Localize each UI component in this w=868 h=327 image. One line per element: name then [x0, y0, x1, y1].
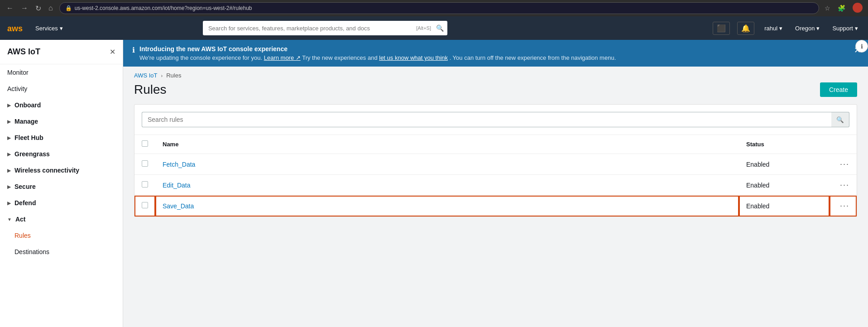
browser-chrome: ← → ↻ ⌂ 🔒 us-west-2.console.aws.amazon.c… [0, 0, 868, 16]
info-banner: ℹ Introducing the new AWS IoT console ex… [123, 40, 868, 67]
rule-link-0[interactable]: Fetch_Data [163, 161, 195, 168]
sidebar-item-manage[interactable]: ▶ Manage [0, 113, 123, 130]
user-menu-button[interactable]: rahul ▾ [762, 23, 785, 34]
row-checkbox-cell-1 [134, 175, 155, 196]
sidebar-item-fleet-hub[interactable]: ▶ Fleet Hub [0, 130, 123, 146]
act-expand-icon: ▼ [7, 217, 12, 222]
sidebar-item-rules-label: Rules [14, 232, 31, 239]
search-rules-button[interactable]: 🔍 [831, 112, 849, 127]
home-button[interactable]: ⌂ [46, 3, 56, 13]
wireless-expand-icon: ▶ [7, 168, 11, 173]
help-info-button[interactable]: ℹ [855, 40, 868, 53]
sidebar-item-act[interactable]: ▼ Act [0, 211, 123, 227]
sidebar-close-button[interactable]: ✕ [110, 48, 115, 56]
let-us-know-link[interactable]: let us know what you think [379, 54, 448, 61]
sidebar-item-manage-label: Manage [14, 118, 38, 125]
row-checkbox-cell-2 [134, 196, 155, 216]
info-icon: ℹ [132, 46, 135, 54]
banner-content: Introducing the new AWS IoT console expe… [139, 45, 859, 61]
sidebar-item-wireless-connectivity[interactable]: ▶ Wireless connectivity [0, 162, 123, 178]
sidebar-item-destinations[interactable]: Destinations [0, 244, 123, 260]
services-menu-button[interactable]: Services ▾ [32, 23, 67, 34]
page-title: Rules [134, 82, 167, 97]
defend-expand-icon: ▶ [7, 201, 11, 206]
search-rules-input[interactable] [142, 112, 831, 127]
sidebar-item-secure[interactable]: ▶ Secure [0, 178, 123, 195]
lock-icon: 🔒 [65, 5, 72, 11]
support-label: Support [832, 25, 853, 32]
table-header-status: Status [739, 135, 830, 154]
manage-expand-icon: ▶ [7, 119, 11, 124]
create-button[interactable]: Create [820, 82, 857, 97]
bell-icon-button[interactable]: 🔔 [737, 22, 754, 35]
row-actions-button-0[interactable]: ··· [840, 159, 849, 168]
sidebar-item-rules[interactable]: Rules [0, 227, 123, 244]
back-button[interactable]: ← [4, 3, 16, 13]
sidebar-item-greengrass[interactable]: ▶ Greengrass [0, 146, 123, 162]
global-search-icon: 🔍 [436, 24, 444, 32]
extension-icon[interactable]: 🧩 [836, 4, 847, 13]
support-chevron-icon: ▾ [855, 25, 858, 32]
row-actions-button-1[interactable]: ··· [840, 180, 849, 189]
row-checkbox-1[interactable] [142, 181, 148, 188]
banner-text: We're updating the console experience fo… [139, 54, 859, 61]
table-row: Edit_Data Enabled ··· [134, 175, 857, 196]
address-bar[interactable]: 🔒 us-west-2.console.aws.amazon.com/iot/h… [59, 2, 819, 14]
banner-text-part1: We're updating the console experience fo… [139, 54, 262, 61]
sidebar-item-defend[interactable]: ▶ Defend [0, 195, 123, 211]
table-header-actions [830, 135, 857, 154]
profile-icon[interactable] [851, 2, 864, 15]
avatar [853, 3, 863, 13]
breadcrumb-aws-iot-link[interactable]: AWS IoT [134, 72, 158, 79]
row-actions-cell-2: ··· [830, 196, 857, 216]
support-menu-button[interactable]: Support ▾ [830, 23, 861, 34]
sidebar-header: AWS IoT ✕ [0, 40, 123, 64]
rule-link-1[interactable]: Edit_Data [163, 182, 190, 189]
browser-nav: ← → ↻ ⌂ [4, 3, 56, 14]
forward-button[interactable]: → [18, 3, 31, 13]
row-checkbox-2[interactable] [142, 202, 148, 208]
sidebar-item-destinations-label: Destinations [14, 248, 49, 255]
onboard-expand-icon: ▶ [7, 103, 11, 108]
topnav-right: ⬛ 🔔 rahul ▾ Oregon ▾ Support ▾ [713, 22, 861, 35]
banner-text-part2: Try the new experiences and [302, 54, 379, 61]
row-name-cell-1: Edit_Data [155, 175, 739, 196]
refresh-button[interactable]: ↻ [33, 3, 44, 14]
sidebar-item-greengrass-label: Greengrass [14, 150, 50, 158]
svg-text:aws: aws [7, 24, 23, 33]
row-actions-cell-1: ··· [830, 175, 857, 196]
row-checkbox-0[interactable] [142, 160, 148, 167]
star-icon[interactable]: ☆ [823, 4, 832, 13]
fleet-hub-expand-icon: ▶ [7, 135, 11, 140]
services-chevron-icon: ▾ [60, 25, 63, 32]
global-search[interactable]: [Alt+S] 🔍 [203, 21, 447, 35]
table-row: Save_Data Enabled ··· [134, 196, 857, 216]
row-actions-button-2[interactable]: ··· [840, 201, 849, 210]
browser-actions: ☆ 🧩 [823, 2, 864, 15]
greengrass-expand-icon: ▶ [7, 152, 11, 157]
row-status-cell-0: Enabled [739, 154, 830, 175]
page-content: AWS IoT › Rules Rules Create 🔍 [123, 67, 868, 327]
terminal-icon-button[interactable]: ⬛ [713, 22, 730, 35]
sidebar-item-wireless-connectivity-label: Wireless connectivity [14, 167, 79, 174]
region-menu-button[interactable]: Oregon ▾ [792, 23, 822, 34]
global-search-input[interactable] [203, 21, 447, 35]
sidebar-item-onboard[interactable]: ▶ Onboard [0, 97, 123, 113]
aws-topnav: aws Services ▾ [Alt+S] 🔍 ⬛ 🔔 rahul ▾ Ore… [0, 16, 868, 40]
select-all-checkbox[interactable] [142, 140, 148, 147]
sidebar-item-monitor[interactable]: Monitor [0, 64, 123, 81]
rule-link-2[interactable]: Save_Data [163, 202, 194, 210]
table-row: Fetch_Data Enabled ··· [134, 154, 857, 175]
sidebar-item-activity[interactable]: Activity [0, 81, 123, 97]
row-name-cell-0: Fetch_Data [155, 154, 739, 175]
services-label: Services [35, 25, 58, 32]
banner-text-part3: . You can turn off the new experience fr… [450, 54, 616, 61]
aws-logo[interactable]: aws [7, 23, 24, 33]
aws-logo-svg: aws [7, 23, 24, 33]
row-status-2: Enabled [746, 202, 769, 210]
breadcrumb-separator: › [161, 73, 163, 78]
row-status-cell-2: Enabled [739, 196, 830, 216]
row-status-1: Enabled [746, 182, 769, 189]
learn-more-link[interactable]: Learn more ↗ [264, 54, 301, 61]
sidebar-item-secure-label: Secure [14, 183, 36, 190]
